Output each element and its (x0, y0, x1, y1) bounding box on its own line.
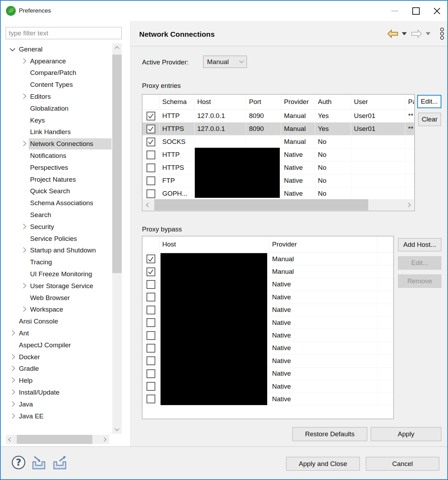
checkbox-unchecked[interactable] (147, 395, 155, 403)
checkbox-checked[interactable] (147, 112, 155, 120)
scrollbar-thumb[interactable] (17, 435, 92, 444)
column-header-pa[interactable]: Pa (405, 95, 414, 109)
sidebar-item-notifications[interactable]: Notifications (6, 150, 112, 162)
cancel-button[interactable]: Cancel (366, 457, 439, 471)
bypass-edit-button[interactable]: Edit... (398, 256, 441, 270)
sidebar-vertical-scrollbar[interactable] (112, 43, 122, 434)
column-header-user[interactable]: User (351, 95, 405, 109)
sidebar-item-ansi-console[interactable]: Ansi Console (6, 315, 112, 327)
sidebar-item-globalization[interactable]: Globalization (6, 103, 112, 114)
chevron-right-icon[interactable] (21, 224, 27, 229)
apply-button[interactable]: Apply (371, 427, 441, 441)
sidebar-item-schema-associations[interactable]: Schema Associations (6, 197, 112, 209)
back-arrow-icon[interactable] (387, 29, 398, 38)
chevron-right-icon[interactable] (21, 58, 27, 64)
sidebar-item-aspectj-compiler[interactable]: AspectJ Compiler (6, 339, 112, 351)
back-history-dropdown-icon[interactable] (402, 32, 407, 35)
sidebar-item-editors[interactable]: Editors (6, 91, 112, 103)
bypass-remove-button[interactable]: Remove (398, 274, 441, 288)
chevron-right-icon[interactable] (21, 141, 27, 146)
checkbox-unchecked[interactable] (147, 318, 155, 327)
forward-history-dropdown-icon[interactable] (426, 32, 431, 35)
sidebar-item-java-ee[interactable]: Java EE (6, 410, 112, 422)
sidebar-item-ui-freeze-monitoring[interactable]: UI Freeze Monitoring (6, 268, 112, 280)
scrollbar-thumb[interactable] (112, 55, 122, 273)
sidebar-item-compare-patch[interactable]: Compare/Patch (6, 67, 112, 79)
sidebar-item-install-update[interactable]: Install/Update (6, 387, 112, 398)
proxy-entries-horizontal-scrollbar[interactable] (143, 199, 414, 210)
sidebar-item-web-browser[interactable]: Web Browser (6, 292, 112, 304)
sidebar-item-quick-search[interactable]: Quick Search (6, 186, 112, 197)
checkbox-unchecked[interactable] (147, 280, 155, 289)
chevron-right-icon[interactable] (10, 389, 15, 395)
restore-defaults-button[interactable]: Restore Defaults (292, 427, 367, 441)
checkbox-checked[interactable] (147, 138, 155, 146)
chevron-right-icon[interactable] (10, 330, 15, 336)
apply-and-close-button[interactable]: Apply and Close (286, 457, 360, 471)
chevron-right-icon[interactable] (10, 354, 15, 360)
help-icon[interactable]: ? (11, 455, 26, 470)
checkbox-unchecked[interactable] (147, 331, 155, 340)
chevron-right-icon[interactable] (10, 401, 15, 407)
forward-arrow-icon[interactable] (411, 29, 422, 38)
sidebar-item-appearance[interactable]: Appearance (6, 55, 112, 67)
sidebar-item-search[interactable]: Search (6, 209, 112, 221)
sidebar-item-content-types[interactable]: Content Types (6, 79, 112, 91)
chevron-right-icon[interactable] (10, 366, 15, 371)
checkbox-unchecked[interactable] (147, 164, 155, 172)
sidebar-item-startup-and-shutdown[interactable]: Startup and Shutdown (6, 245, 112, 257)
entries-clear-button[interactable]: Clear (418, 113, 441, 126)
chevron-right-icon[interactable] (21, 283, 27, 288)
sidebar-item-user-storage-service[interactable]: User Storage Service (6, 280, 112, 292)
proxy-entry-row[interactable]: HTTP127.0.0.18090ManualYesUser01** (142, 110, 414, 123)
sidebar-item-gradle[interactable]: Gradle (6, 363, 112, 375)
column-header-provider[interactable]: Provider (281, 95, 315, 109)
export-preferences-icon[interactable] (52, 455, 68, 469)
scrollbar-thumb[interactable] (154, 199, 368, 210)
checkbox-unchecked[interactable] (147, 369, 155, 378)
chevron-right-icon[interactable] (10, 377, 15, 383)
sidebar-item-security[interactable]: Security (6, 221, 112, 233)
column-header-host[interactable]: Host (194, 95, 246, 109)
maximize-button[interactable] (405, 1, 426, 21)
checkbox-unchecked[interactable] (147, 151, 155, 159)
minimize-button[interactable] (384, 1, 405, 21)
checkbox-unchecked[interactable] (147, 344, 155, 353)
column-header-auth[interactable]: Auth (315, 95, 351, 109)
checkbox-unchecked[interactable] (147, 189, 155, 198)
import-preferences-icon[interactable] (31, 455, 47, 469)
proxy-entry-row[interactable]: SOCKSManualNo (142, 135, 414, 148)
chevron-right-icon[interactable] (21, 307, 27, 312)
column-header-host[interactable]: Host (159, 236, 269, 252)
checkbox-unchecked[interactable] (147, 293, 155, 301)
checkbox-checked[interactable] (147, 255, 155, 263)
sidebar-item-keys[interactable]: Keys (6, 114, 112, 126)
close-button[interactable] (426, 1, 447, 21)
sidebar-item-java[interactable]: Java (6, 398, 112, 410)
proxy-entry-row[interactable]: HTTPS127.0.0.18090ManualYesUser01** (142, 123, 414, 135)
bypass-add-host-button[interactable]: Add Host... (398, 238, 441, 251)
sidebar-item-service-policies[interactable]: Service Policies (6, 233, 112, 245)
chevron-right-icon[interactable] (21, 93, 27, 99)
sidebar-item-network-connections[interactable]: Network Connections (6, 138, 112, 150)
checkbox-unchecked[interactable] (147, 382, 155, 391)
checkbox-checked[interactable] (147, 125, 155, 133)
checkbox-unchecked[interactable] (147, 176, 155, 185)
sidebar-item-docker[interactable]: Docker (6, 351, 112, 363)
sidebar-item-tracing[interactable]: Tracing (6, 256, 112, 268)
sidebar-item-perspectives[interactable]: Perspectives (6, 162, 112, 174)
sidebar-item-general[interactable]: General (6, 43, 112, 55)
chevron-right-icon[interactable] (10, 413, 15, 419)
checkbox-checked[interactable] (147, 267, 155, 276)
active-provider-select[interactable]: Manual (203, 56, 247, 68)
sidebar-item-link-handlers[interactable]: Link Handlers (6, 126, 112, 138)
checkbox-unchecked[interactable] (147, 306, 155, 314)
sidebar-item-help[interactable]: Help (6, 375, 112, 387)
column-header-provider[interactable]: Provider (269, 236, 377, 252)
sidebar-item-project-natures[interactable]: Project Natures (6, 174, 112, 186)
sidebar-item-workspace[interactable]: Workspace (6, 304, 112, 316)
sidebar-horizontal-scrollbar[interactable] (6, 435, 109, 444)
view-menu-icon[interactable] (440, 27, 445, 40)
column-header-port[interactable]: Port (246, 95, 281, 109)
filter-input[interactable] (6, 27, 122, 39)
